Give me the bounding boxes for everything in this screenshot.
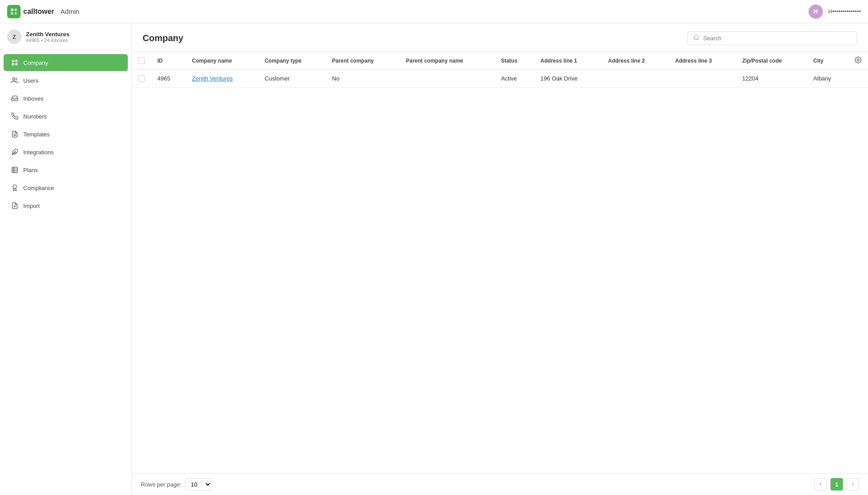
pagination: 1 (814, 478, 859, 491)
svg-rect-2 (11, 12, 13, 14)
sidebar-item-integrations-label: Integrations (23, 149, 54, 156)
sidebar-item-templates[interactable]: Templates (4, 126, 128, 143)
logo: calltower (7, 5, 54, 18)
table-settings-button[interactable] (855, 59, 862, 65)
svg-rect-13 (12, 167, 17, 173)
table-footer: Rows per page: 10 25 50 100 1 (132, 473, 868, 495)
col-parent-company: Parent company (326, 52, 400, 70)
content-header: Company (132, 23, 868, 52)
search-input[interactable] (703, 35, 851, 42)
main-content: Company ID (132, 23, 868, 495)
row-checkbox-cell (132, 70, 151, 88)
sidebar-item-inboxes[interactable]: Inboxes (4, 90, 128, 107)
search-icon (693, 34, 699, 42)
account-meta: #4965 • 24 inboxes (26, 38, 70, 43)
svg-rect-5 (15, 60, 17, 62)
sidebar-item-import[interactable]: Import (4, 197, 128, 214)
header-right: H H•••••••••••••• (809, 4, 861, 19)
cell-settings (848, 70, 868, 88)
sidebar-item-plans-label: Plans (23, 167, 38, 173)
cell-address-line-1: 196 Oak Drive (534, 70, 602, 88)
col-address-line-2: Address line 2 (602, 52, 669, 70)
search-box[interactable] (687, 31, 857, 45)
users-icon (11, 76, 19, 85)
sidebar-item-numbers[interactable]: Numbers (4, 108, 128, 125)
cell-status: Active (495, 70, 534, 88)
svg-rect-1 (15, 8, 17, 11)
svg-line-22 (698, 39, 699, 40)
cell-zip: 12204 (736, 70, 807, 88)
upload-icon (11, 202, 19, 210)
svg-rect-3 (15, 12, 17, 14)
page-1-button[interactable]: 1 (830, 478, 843, 491)
admin-label: Admin (60, 8, 80, 15)
sidebar-item-users-label: Users (23, 77, 38, 84)
svg-point-23 (857, 59, 859, 61)
layout: Z Zenith Ventures #4965 • 24 inboxes Com… (0, 23, 868, 495)
prev-page-button[interactable] (814, 478, 827, 491)
cell-company-name: Zenith Ventures (186, 70, 258, 88)
sidebar-item-plans[interactable]: Plans (4, 161, 128, 178)
row-checkbox[interactable] (138, 75, 145, 82)
col-zip: Zip/Postal code (736, 52, 807, 70)
col-parent-company-name: Parent company name (400, 52, 495, 70)
sidebar-item-import-label: Import (23, 203, 40, 209)
sidebar-item-company[interactable]: Company (4, 54, 128, 71)
next-page-button[interactable] (847, 478, 859, 491)
svg-rect-7 (15, 63, 17, 65)
table-icon (11, 166, 19, 174)
col-address-line-1: Address line 1 (534, 52, 602, 70)
sidebar-item-compliance[interactable]: Compliance (4, 179, 128, 196)
account-avatar: Z (7, 30, 21, 44)
phone-icon (11, 112, 19, 120)
sidebar-item-integrations[interactable]: Integrations (4, 144, 128, 161)
cell-company-type: Customer (258, 70, 326, 88)
svg-rect-4 (12, 60, 14, 62)
nav-list: Company Users (0, 50, 131, 219)
svg-point-17 (13, 185, 17, 188)
rows-per-page: Rows per page: 10 25 50 100 (141, 478, 212, 491)
col-address-line-3: Address line 3 (669, 52, 736, 70)
cell-id: 4965 (151, 70, 186, 88)
sidebar: Z Zenith Ventures #4965 • 24 inboxes Com… (0, 23, 132, 495)
svg-point-21 (694, 35, 698, 39)
cell-address-line-3 (669, 70, 736, 88)
grid-icon (11, 59, 19, 67)
svg-rect-6 (12, 63, 14, 65)
user-avatar[interactable]: H (809, 4, 823, 19)
account-info: Zenith Ventures #4965 • 24 inboxes (26, 31, 70, 43)
svg-point-8 (13, 78, 15, 80)
table-row[interactable]: 4965 Zenith Ventures Customer No Active … (132, 70, 868, 88)
cell-parent-company-name (400, 70, 495, 88)
user-name: H•••••••••••••• (828, 8, 861, 15)
select-all-checkbox[interactable] (138, 57, 145, 64)
sidebar-item-templates-label: Templates (23, 131, 50, 138)
badge-icon (11, 184, 19, 192)
rows-select[interactable]: 10 25 50 100 (185, 478, 212, 491)
select-all-header (132, 52, 151, 70)
sidebar-item-compliance-label: Compliance (23, 185, 54, 191)
sidebar-item-numbers-label: Numbers (23, 113, 47, 120)
cell-address-line-2 (602, 70, 669, 88)
logo-icon (7, 5, 21, 18)
col-company-name: Company name (186, 52, 258, 70)
svg-rect-0 (11, 8, 13, 11)
cell-city: Albany (807, 70, 848, 88)
rows-per-page-label: Rows per page: (141, 481, 181, 488)
account-section[interactable]: Z Zenith Ventures #4965 • 24 inboxes (0, 23, 131, 50)
sidebar-item-company-label: Company (23, 59, 48, 66)
inbox-icon (11, 94, 19, 102)
col-id: ID (151, 52, 186, 70)
account-name: Zenith Ventures (26, 31, 70, 38)
sidebar-item-users[interactable]: Users (4, 72, 128, 89)
puzzle-icon (11, 148, 19, 156)
table-area: ID Company name Company type Parent comp… (132, 52, 868, 473)
header-left: calltower Admin (7, 5, 80, 18)
company-table: ID Company name Company type Parent comp… (132, 52, 868, 88)
page-title: Company (143, 33, 183, 43)
col-settings (848, 52, 868, 70)
col-status: Status (495, 52, 534, 70)
top-header: calltower Admin H H•••••••••••••• (0, 0, 868, 23)
cell-parent-company: No (326, 70, 400, 88)
logo-text: calltower (23, 8, 54, 16)
